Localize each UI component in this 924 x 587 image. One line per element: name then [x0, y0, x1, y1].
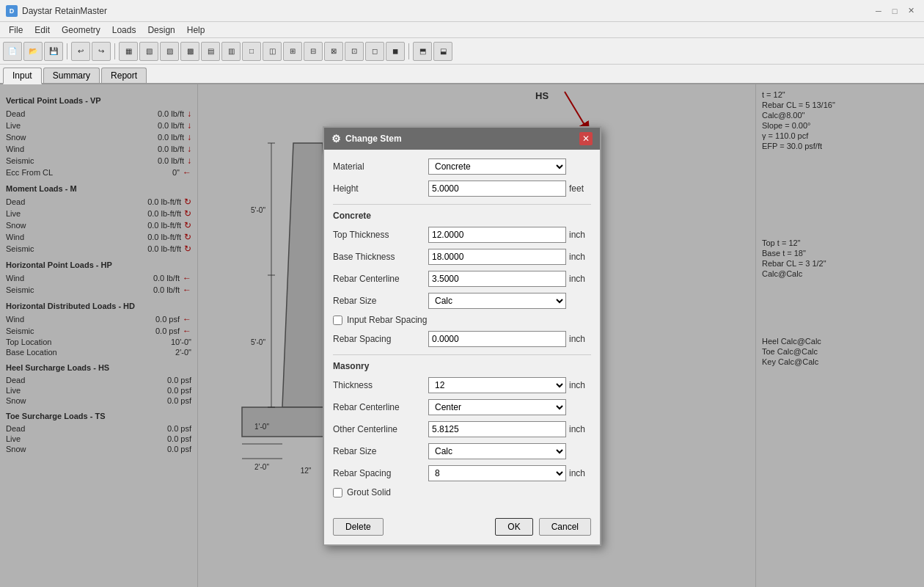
base-thickness-unit: inch — [569, 252, 591, 262]
new-button[interactable]: 📄 — [3, 42, 22, 61]
tool3[interactable]: ▨ — [160, 42, 179, 61]
masonry-other-centerline-unit: inch — [569, 424, 591, 434]
tool15[interactable]: ⬒ — [413, 42, 432, 61]
tool2[interactable]: ▧ — [139, 42, 158, 61]
tool6[interactable]: ▥ — [221, 42, 241, 61]
base-thickness-input[interactable] — [428, 249, 566, 265]
app-icon: D — [6, 5, 18, 17]
masonry-other-centerline-label: Other Centerline — [333, 424, 428, 434]
rebar-centerline-label: Rebar Centerline — [333, 274, 428, 284]
tool9[interactable]: ⊞ — [283, 42, 302, 61]
masonry-rebar-size-row: Rebar Size Calc #3#4#5 — [333, 443, 591, 459]
tool16[interactable]: ⬓ — [433, 42, 452, 61]
input-rebar-spacing-row: Input Rebar Spacing — [333, 315, 591, 325]
dialog-close-button[interactable]: ✕ — [579, 132, 593, 145]
base-thickness-row: Base Thickness inch — [333, 249, 591, 265]
masonry-section-title: Masonry — [333, 354, 591, 371]
masonry-rebar-spacing-row: Rebar Spacing 8 1624324048 inch — [333, 465, 591, 481]
masonry-rebar-size-select[interactable]: Calc #3#4#5 — [428, 443, 566, 459]
toolbar-sep1 — [67, 43, 67, 59]
menu-help[interactable]: Help — [181, 23, 211, 37]
material-select[interactable]: Concrete Masonry — [428, 158, 566, 175]
top-thickness-row: Top Thickness inch — [333, 227, 591, 243]
dialog-body: Material Concrete Masonry Height feet Co… — [324, 150, 600, 512]
maximize-button[interactable]: □ — [887, 4, 902, 18]
rebar-centerline-input[interactable] — [428, 271, 566, 287]
toolbar-sep3 — [408, 43, 409, 59]
rebar-centerline-unit: inch — [569, 274, 591, 284]
input-rebar-spacing-label: Input Rebar Spacing — [347, 315, 427, 325]
height-row: Height feet — [333, 181, 591, 197]
ok-button[interactable]: OK — [495, 518, 532, 536]
top-thickness-input[interactable] — [428, 227, 566, 243]
window-controls: ─ □ ✕ — [871, 4, 918, 18]
height-unit: feet — [569, 183, 591, 194]
title-bar: D Daystar RetainMaster ─ □ ✕ — [0, 0, 924, 22]
tab-report[interactable]: Report — [101, 68, 147, 83]
tool7[interactable]: □ — [242, 42, 261, 61]
material-row: Material Concrete Masonry — [333, 158, 591, 175]
tool13[interactable]: ◻ — [365, 42, 384, 61]
masonry-rebar-spacing-label: Rebar Spacing — [333, 468, 428, 478]
tool8[interactable]: ◫ — [263, 42, 282, 61]
top-thickness-label: Top Thickness — [333, 230, 428, 240]
rebar-spacing-unit: inch — [569, 334, 591, 344]
masonry-thickness-row: Thickness 12 81016 inch — [333, 377, 591, 393]
input-rebar-spacing-checkbox[interactable] — [333, 316, 342, 325]
masonry-thickness-unit: inch — [569, 380, 591, 390]
top-thickness-unit: inch — [569, 230, 591, 240]
menu-edit[interactable]: Edit — [29, 23, 56, 37]
masonry-rebar-spacing-unit: inch — [569, 468, 591, 478]
masonry-rebar-centerline-select[interactable]: Center LeftRight — [428, 399, 566, 415]
tab-input[interactable]: Input — [3, 68, 42, 84]
tab-bar: Input Summary Report — [0, 65, 924, 84]
minimize-button[interactable]: ─ — [871, 4, 886, 18]
rebar-spacing-input[interactable] — [428, 331, 566, 347]
height-label: Height — [333, 183, 428, 194]
menu-design[interactable]: Design — [142, 23, 180, 37]
open-button[interactable]: 📂 — [23, 42, 43, 61]
masonry-other-centerline-row: Other Centerline inch — [333, 421, 591, 437]
delete-button[interactable]: Delete — [333, 518, 384, 536]
redo-button[interactable]: ↪ — [92, 42, 111, 61]
grout-solid-label: Grout Solid — [347, 487, 391, 497]
tool4[interactable]: ▩ — [180, 42, 199, 61]
tool14[interactable]: ◼ — [386, 42, 405, 61]
tool5[interactable]: ▤ — [201, 42, 220, 61]
main-content: Vertical Point Loads - VP Dead 0.0 lb/ft… — [0, 84, 924, 587]
menu-loads[interactable]: Loads — [106, 23, 142, 37]
masonry-rebar-centerline-row: Rebar Centerline Center LeftRight — [333, 399, 591, 415]
concrete-section-title: Concrete — [333, 204, 591, 221]
masonry-rebar-size-label: Rebar Size — [333, 446, 428, 456]
height-input[interactable] — [428, 181, 566, 197]
rebar-size-label: Rebar Size — [333, 296, 428, 306]
dialog-footer: Delete OK Cancel — [324, 512, 600, 544]
tool11[interactable]: ⊠ — [324, 42, 343, 61]
cancel-button[interactable]: Cancel — [539, 518, 591, 536]
base-thickness-label: Base Thickness — [333, 252, 428, 262]
tool12[interactable]: ⊡ — [345, 42, 364, 61]
rebar-spacing-label: Rebar Spacing — [333, 334, 428, 344]
grout-solid-checkbox[interactable] — [333, 488, 342, 497]
menu-file[interactable]: File — [3, 23, 29, 37]
app-title: Daystar RetainMaster — [22, 6, 871, 16]
dialog-overlay: ⚙ Change Stem ✕ Material Concrete Masonr… — [0, 84, 924, 587]
masonry-thickness-label: Thickness — [333, 380, 428, 390]
dialog-title: ⚙ Change Stem — [331, 133, 402, 145]
masonry-rebar-spacing-select[interactable]: 8 1624324048 — [428, 465, 566, 481]
tool1[interactable]: ▦ — [119, 42, 138, 61]
rebar-spacing-row: Rebar Spacing inch — [333, 331, 591, 347]
rebar-centerline-row: Rebar Centerline inch — [333, 271, 591, 287]
tab-summary[interactable]: Summary — [43, 68, 100, 83]
masonry-other-centerline-input[interactable] — [428, 421, 566, 437]
menu-geometry[interactable]: Geometry — [56, 23, 106, 37]
close-button[interactable]: ✕ — [903, 4, 918, 18]
masonry-thickness-select[interactable]: 12 81016 — [428, 377, 566, 393]
rebar-size-select[interactable]: Calc #3#4#5#6 — [428, 293, 566, 309]
save-button[interactable]: 💾 — [44, 42, 63, 61]
undo-button[interactable]: ↩ — [71, 42, 90, 61]
material-label: Material — [333, 161, 428, 172]
toolbar: 📄 📂 💾 ↩ ↪ ▦ ▧ ▨ ▩ ▤ ▥ □ ◫ ⊞ ⊟ ⊠ ⊡ ◻ ◼ ⬒ … — [0, 38, 924, 65]
toolbar-sep2 — [114, 43, 115, 59]
tool10[interactable]: ⊟ — [304, 42, 323, 61]
